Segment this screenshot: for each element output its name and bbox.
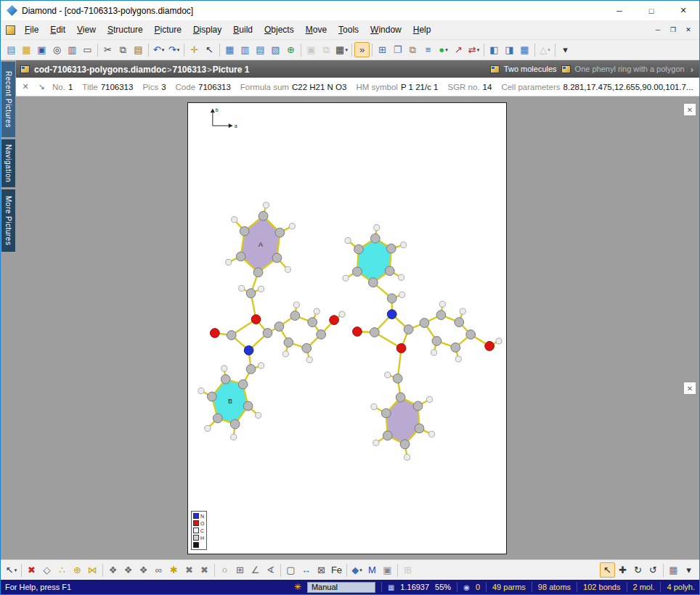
- atom-C[interactable]: [413, 401, 423, 411]
- atom-C[interactable]: [284, 338, 293, 348]
- select-mode-icon[interactable]: ↖▾: [4, 562, 19, 578]
- atom-C[interactable]: [290, 311, 300, 321]
- menu-build[interactable]: Build: [227, 20, 259, 39]
- atom-O[interactable]: [251, 315, 261, 324]
- add-atom-icon[interactable]: ⊕: [70, 562, 85, 578]
- find-icon[interactable]: ◎: [49, 42, 65, 57]
- atom-C[interactable]: [370, 234, 380, 243]
- copy-picture-icon[interactable]: ⧉: [405, 42, 420, 57]
- atom-H[interactable]: [282, 351, 288, 357]
- dropdown-arrow-icon[interactable]: ▾: [477, 47, 480, 53]
- atom-O[interactable]: [330, 316, 339, 325]
- atom-C[interactable]: [354, 245, 364, 254]
- atom-C[interactable]: [420, 319, 429, 328]
- atom-H[interactable]: [399, 274, 404, 280]
- menu-move[interactable]: Move: [300, 20, 333, 39]
- polyhedra-icon[interactable]: ◆▾: [349, 562, 365, 578]
- maximize-button[interactable]: □: [635, 1, 667, 20]
- atom-H[interactable]: [455, 356, 461, 362]
- mode-selector[interactable]: Manual: [307, 582, 375, 593]
- atom-H[interactable]: [401, 242, 407, 247]
- atom-H[interactable]: [226, 259, 232, 265]
- more-buttons-icon[interactable]: »: [354, 42, 370, 57]
- picture-settings-icon[interactable]: ▣: [380, 562, 395, 578]
- atom-H[interactable]: [306, 357, 312, 363]
- rotate-tool-icon[interactable]: ↻: [630, 562, 646, 578]
- menu-display[interactable]: Display: [187, 20, 227, 39]
- menu-window[interactable]: Window: [365, 20, 407, 39]
- paste-icon[interactable]: ▤: [131, 42, 146, 57]
- menu-objects[interactable]: Objects: [259, 20, 300, 39]
- packing-range-icon[interactable]: ⊞: [232, 562, 248, 578]
- picture-name-current[interactable]: Two molecules: [504, 65, 557, 73]
- atom-H[interactable]: [431, 350, 436, 356]
- redo-icon[interactable]: ↷▾: [166, 42, 182, 57]
- atom-C[interactable]: [302, 344, 312, 353]
- fill-cell-icon[interactable]: ⊠: [314, 562, 329, 578]
- print-icon[interactable]: ▭: [80, 42, 95, 57]
- atom-C[interactable]: [385, 266, 394, 276]
- toolbar-options-icon[interactable]: ▾: [681, 562, 696, 578]
- atom-C[interactable]: [466, 330, 476, 340]
- menu-file[interactable]: File: [19, 20, 44, 39]
- atom-H[interactable]: [285, 266, 290, 272]
- atom-C[interactable]: [317, 330, 326, 340]
- sidebar-tab-more-pictures[interactable]: More Pictures: [1, 189, 15, 252]
- copy-icon[interactable]: ⧉: [115, 42, 131, 57]
- atom-C[interactable]: [253, 268, 263, 277]
- atom-O[interactable]: [485, 342, 495, 351]
- cut-icon[interactable]: ✂: [100, 42, 115, 57]
- update-icon[interactable]: ✱: [166, 562, 182, 578]
- properties-icon[interactable]: ▧: [268, 42, 283, 57]
- atom-H[interactable]: [385, 372, 391, 378]
- export-picture-icon[interactable]: ↗: [451, 42, 466, 57]
- walls-icon[interactable]: ▦: [666, 562, 681, 578]
- page-setup-icon[interactable]: ▥: [65, 42, 80, 57]
- contact-icon[interactable]: ○: [217, 562, 232, 578]
- atom-C[interactable]: [386, 244, 396, 253]
- atom-C[interactable]: [275, 228, 285, 237]
- new-picture-icon[interactable]: ⊞: [375, 42, 390, 57]
- pair-contact-icon[interactable]: ∞: [151, 562, 166, 578]
- coordination-icon[interactable]: Fe: [329, 562, 344, 578]
- grid-icon[interactable]: ⊞: [400, 562, 415, 578]
- atom-H[interactable]: [404, 454, 410, 460]
- panel-close-top-button[interactable]: ✕: [683, 103, 696, 116]
- atom-C[interactable]: [263, 329, 272, 338]
- dropdown-arrow-icon[interactable]: ▾: [345, 47, 348, 53]
- unit-cell-icon[interactable]: ▢: [283, 562, 298, 578]
- atom-O[interactable]: [396, 344, 406, 353]
- save-icon[interactable]: ▣: [34, 42, 49, 57]
- remove-fragment-icon[interactable]: ✖: [197, 562, 212, 578]
- close-button[interactable]: ✕: [667, 1, 699, 20]
- goto-arrow-icon[interactable]: ↘: [36, 82, 46, 91]
- pan-icon[interactable]: ✛: [187, 42, 202, 57]
- breadcrumb-segment[interactable]: cod-7106313-polygons.diamdoc: [34, 65, 166, 75]
- atom-C[interactable]: [387, 294, 396, 303]
- connect-atoms-icon[interactable]: ⋈: [85, 562, 100, 578]
- picture-frame-icon[interactable]: ▣: [304, 42, 319, 57]
- atom-H[interactable]: [339, 311, 345, 317]
- atom-C[interactable]: [240, 226, 249, 236]
- atom-C[interactable]: [274, 322, 284, 332]
- atom-N[interactable]: [244, 345, 253, 355]
- atom-C[interactable]: [393, 374, 402, 383]
- atom-C[interactable]: [230, 419, 240, 429]
- dropdown-arrow-icon[interactable]: ▾: [445, 47, 448, 53]
- atom-H[interactable]: [289, 223, 295, 229]
- panel-close-bottom-button[interactable]: ✕: [683, 382, 696, 395]
- atom-H[interactable]: [205, 425, 211, 431]
- dropdown-arrow-icon[interactable]: ▾: [162, 47, 165, 53]
- atom-H[interactable]: [239, 285, 245, 291]
- atom-C[interactable]: [272, 253, 282, 263]
- sidebar-tab-navigation[interactable]: Navigation: [1, 139, 15, 187]
- menu-tools[interactable]: Tools: [333, 20, 365, 39]
- data-sheet-icon[interactable]: ▥: [237, 42, 253, 57]
- atom-H[interactable]: [428, 431, 434, 437]
- atom-C[interactable]: [370, 328, 379, 337]
- table-of-pictures-icon[interactable]: ▦: [222, 42, 237, 57]
- complete-fragments-icon[interactable]: ❖: [121, 562, 136, 578]
- measure-icon[interactable]: M: [365, 562, 380, 578]
- grow-molecule-icon[interactable]: ❖: [136, 562, 151, 578]
- picture-list-icon[interactable]: ≡: [420, 42, 436, 57]
